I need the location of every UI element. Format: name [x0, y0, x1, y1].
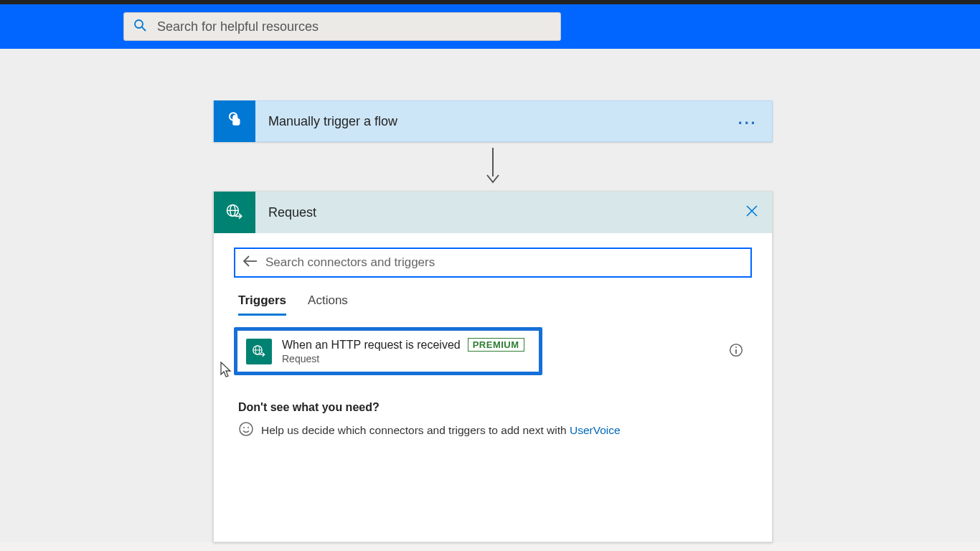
touch-icon — [214, 100, 255, 142]
svg-point-16 — [240, 423, 253, 435]
tabs: Triggers Actions — [234, 293, 752, 316]
connector-search-input[interactable] — [265, 255, 743, 270]
top-bar — [0, 4, 980, 49]
global-search-box[interactable] — [123, 12, 561, 41]
connector-panel: Request — [213, 191, 773, 542]
request-icon — [246, 339, 272, 364]
svg-point-18 — [248, 427, 249, 428]
svg-point-14 — [735, 346, 737, 347]
trigger-title: Manually trigger a flow — [255, 114, 721, 129]
panel-header: Request — [214, 192, 772, 233]
search-icon — [133, 18, 147, 35]
premium-badge: PREMIUM — [468, 338, 524, 352]
info-icon[interactable] — [729, 343, 743, 360]
trigger-card[interactable]: Manually trigger a flow ··· — [213, 100, 773, 142]
result-subtitle: Request — [282, 353, 524, 364]
help-block: Don't see what you need? Help us decid — [234, 401, 752, 440]
arrow-down-icon — [484, 148, 501, 187]
flow-canvas: Manually trigger a flow ··· Reque — [6, 49, 980, 542]
back-arrow-icon[interactable] — [242, 255, 260, 270]
result-text: When an HTTP request is received PREMIUM… — [282, 338, 524, 364]
close-icon[interactable] — [732, 204, 772, 221]
help-title: Don't see what you need? — [238, 401, 752, 414]
tab-actions[interactable]: Actions — [308, 293, 348, 316]
help-text: Help us decide which connectors and trig… — [261, 424, 621, 437]
global-search-input[interactable] — [157, 19, 552, 34]
connector-search-box[interactable] — [234, 248, 752, 278]
request-connector-icon — [214, 192, 255, 233]
svg-point-17 — [243, 427, 245, 428]
trigger-result-item[interactable]: When an HTTP request is received PREMIUM… — [234, 327, 542, 375]
panel-title: Request — [255, 205, 732, 220]
smile-icon — [238, 421, 254, 440]
tab-triggers[interactable]: Triggers — [238, 293, 286, 316]
uservoice-link[interactable]: UserVoice — [570, 424, 621, 436]
svg-line-1 — [142, 27, 145, 30]
svg-point-0 — [135, 20, 143, 28]
result-title: When an HTTP request is received — [282, 339, 461, 352]
